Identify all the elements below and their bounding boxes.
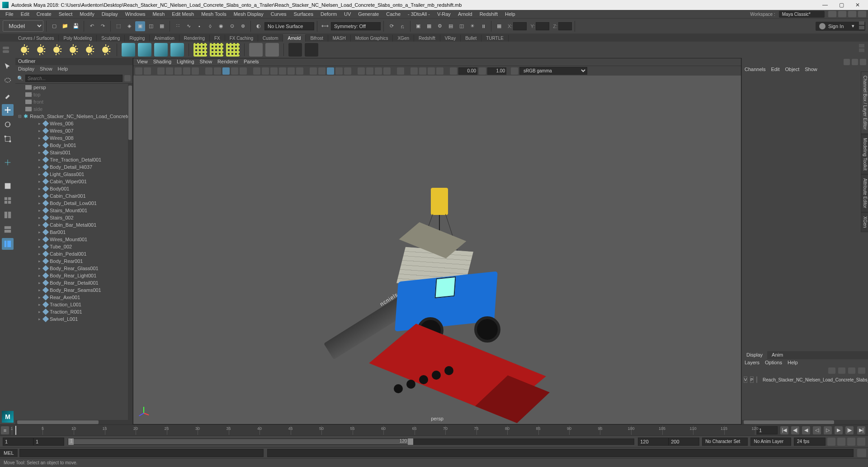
viewport-menu-lighting[interactable]: Lighting — [177, 59, 194, 65]
redo-icon[interactable]: ↷ — [98, 21, 108, 31]
channelbox-menu-show[interactable]: Show — [805, 67, 817, 73]
shader-1-icon[interactable] — [122, 43, 135, 57]
viewport-menu-shading[interactable]: Shading — [153, 59, 171, 65]
shelf-tab-fx-caching[interactable]: FX Caching — [225, 35, 258, 42]
anim-end-field[interactable] — [669, 438, 699, 446]
outliner-item[interactable]: ▸Tire_Traction_Detal001 — [15, 156, 132, 163]
shelf-tab-arnold[interactable]: Arnold — [283, 34, 306, 42]
select-uv-icon[interactable]: ◫ — [146, 21, 156, 31]
outliner-item[interactable]: ▸Body_Detail_Hi037 — [15, 163, 132, 171]
outliner-item[interactable]: ▸Traction_L001 — [15, 301, 132, 308]
vp-gamma-icon[interactable] — [479, 67, 486, 75]
menu-display[interactable]: Display — [98, 10, 122, 18]
outliner-camera-side[interactable]: side — [15, 105, 132, 113]
vp-motionblur-icon[interactable] — [358, 67, 365, 75]
prev-key-icon[interactable]: ◀| — [791, 426, 799, 434]
pref-icon[interactable] — [847, 438, 855, 446]
outliner-root-node[interactable]: ⊟✱Reach_Stacker_NC_Nielsen_Load_Concrete… — [15, 113, 132, 120]
snap-point-icon[interactable]: • — [194, 21, 204, 31]
vp-fieldchart-icon[interactable] — [192, 67, 199, 75]
move-tool-icon[interactable] — [2, 104, 14, 116]
vp-filmgate-icon[interactable] — [166, 67, 173, 75]
menu-curves[interactable]: Curves — [267, 10, 290, 18]
menu-windows[interactable]: Windows — [122, 10, 149, 18]
current-time-field[interactable] — [757, 426, 778, 434]
standin-icon[interactable] — [210, 43, 223, 57]
layer-icon-2[interactable] — [838, 367, 845, 374]
vp-snap1-icon[interactable] — [410, 67, 418, 75]
skydome-light-icon[interactable] — [33, 43, 47, 57]
autokey-icon[interactable] — [827, 438, 835, 446]
render-2-icon[interactable] — [305, 43, 318, 57]
next-key-icon[interactable]: |▶ — [845, 426, 854, 434]
charset-select[interactable]: No Character Set — [702, 438, 748, 446]
viewport-menu-view[interactable]: View — [137, 59, 148, 65]
close-button[interactable]: ✕ — [849, 0, 866, 10]
vp-resgate-icon[interactable] — [157, 67, 165, 75]
animlayer-select[interactable]: No Anim Layer — [750, 438, 791, 446]
four-pane-icon[interactable] — [2, 195, 14, 206]
time-cursor[interactable] — [15, 426, 16, 435]
snap-live-icon[interactable]: ◉ — [216, 21, 226, 31]
menu-modify[interactable]: Modify — [76, 10, 98, 18]
vp-depth-icon[interactable] — [344, 67, 351, 75]
mesh-light-icon[interactable] — [50, 43, 63, 57]
outliner-item[interactable]: ▸Stairs001 — [15, 149, 132, 156]
light-portal-icon[interactable] — [99, 43, 112, 57]
outliner-vscroll[interactable] — [128, 84, 132, 424]
channelbox-menu-channels[interactable]: Channels — [745, 67, 765, 73]
layer-hscroll[interactable] — [742, 420, 868, 424]
shelf-tab-animation[interactable]: Animation — [150, 35, 179, 42]
volume-icon[interactable] — [226, 43, 240, 57]
layer-icon-4[interactable] — [858, 367, 865, 374]
range-slider[interactable]: 1 120 — [68, 438, 634, 445]
go-end-icon[interactable]: ▶| — [857, 426, 865, 434]
shelf-tab-poly-modeling[interactable]: Poly Modeling — [59, 35, 97, 42]
menu-v-ray[interactable]: V-Ray — [434, 10, 454, 18]
shelf-tab-motion-graphics[interactable]: Motion Graphics — [351, 35, 393, 42]
vp-camera-select-icon[interactable] — [135, 67, 142, 75]
outliner-item[interactable]: ▸Body_Rear_Seams001 — [15, 286, 132, 294]
vp-xray-comp-icon[interactable] — [279, 67, 286, 75]
layer-template-cell[interactable] — [756, 376, 757, 383]
cmd-input[interactable] — [19, 449, 264, 457]
select-component-icon[interactable]: ▣ — [135, 21, 145, 31]
outliner-camera-top[interactable]: top — [15, 91, 132, 98]
channelbox-menu-edit[interactable]: Edit — [771, 67, 779, 73]
vp-bookmark-icon[interactable] — [144, 67, 151, 75]
layout-icon-3[interactable] — [848, 11, 856, 17]
timeline-menu-icon[interactable]: ≡ — [1, 426, 9, 434]
layer-icon-1[interactable] — [828, 367, 835, 374]
shelf-options-icon[interactable] — [3, 50, 9, 53]
outliner-item[interactable]: ▸Bar001 — [15, 229, 132, 236]
light-editor-icon[interactable]: ☀ — [467, 21, 477, 31]
step-forward-icon[interactable]: ▶ — [835, 426, 843, 434]
shelf-editor-icon[interactable] — [3, 47, 9, 49]
symmetry-toggle-icon[interactable]: ⟷ — [320, 21, 330, 31]
x-field[interactable] — [513, 22, 527, 30]
cmd-lang-label[interactable]: MEL — [0, 449, 18, 457]
shelf-tab-vray[interactable]: VRay — [440, 35, 461, 42]
select-object-icon[interactable]: ◈ — [124, 21, 134, 31]
shelf-tab-sculpting[interactable]: Sculpting — [97, 35, 125, 42]
two-pane-v-icon[interactable] — [2, 224, 14, 235]
layer-row[interactable]: V P Reach_Stacker_NC_Nielsen_Load_Concre… — [742, 376, 868, 384]
vp-xray-icon[interactable] — [262, 67, 269, 75]
outliner-menu-help[interactable]: Help — [58, 66, 68, 72]
layout-icon-4[interactable] — [858, 11, 866, 17]
outliner-camera-front[interactable]: front — [15, 98, 132, 105]
curve-collector-icon[interactable] — [193, 43, 207, 57]
outliner-item[interactable]: ▸Rear_Axe001 — [15, 294, 132, 301]
outliner-tree[interactable]: persptopfrontside⊟✱Reach_Stacker_NC_Niel… — [15, 84, 132, 424]
panel-layout-icon[interactable]: ▦ — [494, 21, 504, 31]
outliner-item[interactable]: ▸Wires_008 — [15, 134, 132, 142]
construction-history-icon[interactable]: ⎌ — [397, 21, 407, 31]
menu-set-select[interactable]: Modeling — [3, 20, 43, 32]
shader-2-icon[interactable] — [138, 43, 151, 57]
play-forward-icon[interactable]: ▷ — [824, 426, 832, 434]
util-1-icon[interactable] — [249, 43, 263, 57]
layer-icon-3[interactable] — [848, 367, 855, 374]
vp-gamma-field[interactable] — [487, 67, 506, 75]
cb-icon-1[interactable] — [844, 59, 850, 65]
vp-allsmooth-icon[interactable] — [318, 67, 326, 75]
